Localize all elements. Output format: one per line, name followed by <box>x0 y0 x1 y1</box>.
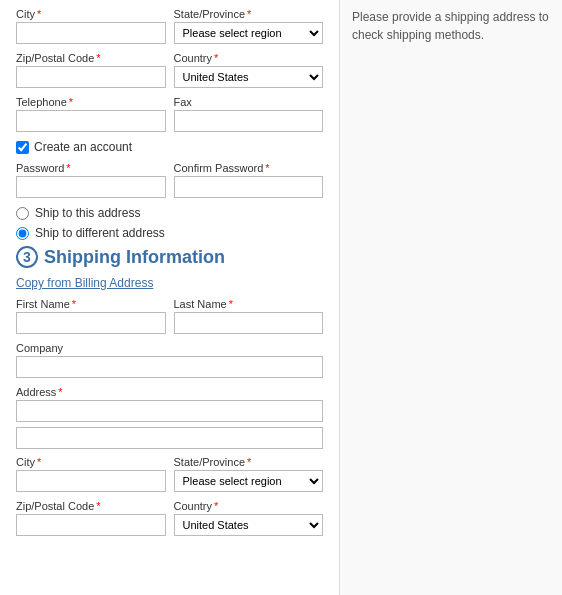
fax-group: Fax <box>174 96 324 132</box>
shipping-last-name-group: Last Name* <box>174 298 324 334</box>
shipping-zip-label: Zip/Postal Code* <box>16 500 166 512</box>
zip-country-row: Zip/Postal Code* Country* United States … <box>16 52 323 88</box>
shipping-country-group: Country* United States Canada <box>174 500 324 536</box>
zip-group: Zip/Postal Code* <box>16 52 166 88</box>
country-group: Country* United States Canada United Kin… <box>174 52 324 88</box>
password-label: Password* <box>16 162 166 174</box>
shipping-state-label: State/Province* <box>174 456 324 468</box>
shipping-last-name-input[interactable] <box>174 312 324 334</box>
ship-to-address-row: Ship to this address <box>16 206 323 220</box>
city-label: City* <box>16 8 166 20</box>
state-label: State/Province* <box>174 8 324 20</box>
zip-input[interactable] <box>16 66 166 88</box>
shipping-city-input[interactable] <box>16 470 166 492</box>
confirm-password-input[interactable] <box>174 176 324 198</box>
shipping-company-input[interactable] <box>16 356 323 378</box>
confirm-password-label: Confirm Password* <box>174 162 324 174</box>
shipping-name-row: First Name* Last Name* <box>16 298 323 334</box>
shipping-address-input-2[interactable] <box>16 427 323 449</box>
fax-input[interactable] <box>174 110 324 132</box>
right-panel: Please provide a shipping address to che… <box>340 0 562 595</box>
shipping-city-group: City* <box>16 456 166 492</box>
ship-different-label[interactable]: Ship to different address <box>35 226 165 240</box>
shipping-address-label: Address* <box>16 386 323 398</box>
section-title-text: Shipping Information <box>44 247 225 268</box>
city-group: City* <box>16 8 166 44</box>
shipping-state-select[interactable]: Please select region Alabama California <box>174 470 324 492</box>
city-state-row: City* State/Province* Please select regi… <box>16 8 323 44</box>
ship-different-row: Ship to different address <box>16 226 323 240</box>
ship-to-address-radio[interactable] <box>16 207 29 220</box>
ship-different-radio[interactable] <box>16 227 29 240</box>
shipping-company-label: Company <box>16 342 323 354</box>
state-group: State/Province* Please select region Ala… <box>174 8 324 44</box>
shipping-city-label: City* <box>16 456 166 468</box>
shipping-first-name-label: First Name* <box>16 298 166 310</box>
shipping-zip-input[interactable] <box>16 514 166 536</box>
shipping-zip-group: Zip/Postal Code* <box>16 500 166 536</box>
tel-fax-row: Telephone* Fax <box>16 96 323 132</box>
shipping-zip-country-row: Zip/Postal Code* Country* United States … <box>16 500 323 536</box>
shipping-address-input-1[interactable] <box>16 400 323 422</box>
password-row: Password* Confirm Password* <box>16 162 323 198</box>
password-input[interactable] <box>16 176 166 198</box>
city-input[interactable] <box>16 22 166 44</box>
create-account-checkbox[interactable] <box>16 141 29 154</box>
shipping-last-name-label: Last Name* <box>174 298 324 310</box>
country-label: Country* <box>174 52 324 64</box>
state-select[interactable]: Please select region Alabama California … <box>174 22 324 44</box>
create-account-label[interactable]: Create an account <box>34 140 132 154</box>
shipping-country-label: Country* <box>174 500 324 512</box>
shipping-city-state-row: City* State/Province* Please select regi… <box>16 456 323 492</box>
shipping-state-group: State/Province* Please select region Ala… <box>174 456 324 492</box>
shipping-first-name-input[interactable] <box>16 312 166 334</box>
shipping-note: Please provide a shipping address to che… <box>352 8 550 44</box>
shipping-section-title: 3 Shipping Information <box>16 246 323 268</box>
fax-label: Fax <box>174 96 324 108</box>
telephone-label: Telephone* <box>16 96 166 108</box>
shipping-company-group: Company <box>16 342 323 378</box>
shipping-address-group: Address* <box>16 386 323 454</box>
country-select[interactable]: United States Canada United Kingdom <box>174 66 324 88</box>
shipping-country-select[interactable]: United States Canada <box>174 514 324 536</box>
confirm-password-group: Confirm Password* <box>174 162 324 198</box>
shipping-first-name-group: First Name* <box>16 298 166 334</box>
section-number: 3 <box>16 246 38 268</box>
copy-from-billing-link[interactable]: Copy from Billing Address <box>16 276 153 290</box>
telephone-input[interactable] <box>16 110 166 132</box>
telephone-group: Telephone* <box>16 96 166 132</box>
zip-label: Zip/Postal Code* <box>16 52 166 64</box>
create-account-row: Create an account <box>16 140 323 154</box>
ship-to-address-label[interactable]: Ship to this address <box>35 206 140 220</box>
password-group: Password* <box>16 162 166 198</box>
left-panel: City* State/Province* Please select regi… <box>0 0 340 595</box>
